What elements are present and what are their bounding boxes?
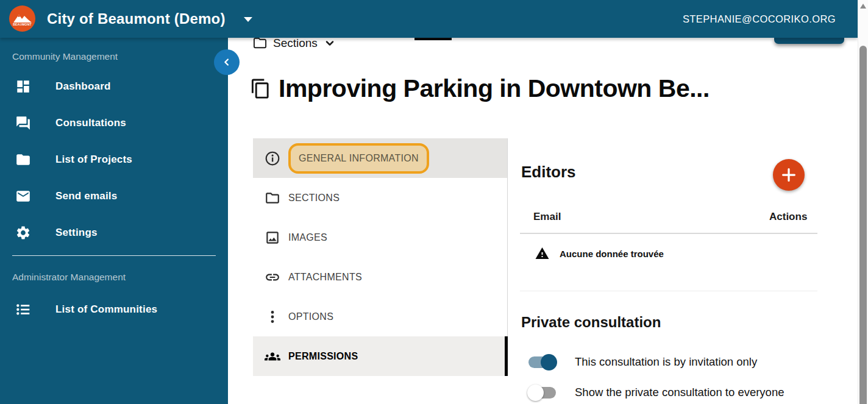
dashboard-icon xyxy=(15,79,31,95)
tab-label: OPTIONS xyxy=(288,311,333,322)
folder-icon xyxy=(15,152,31,168)
warning-icon xyxy=(534,246,550,261)
kebab-menu-icon xyxy=(264,308,280,325)
tab-label: PERMISSIONS xyxy=(288,351,358,362)
sidebar-item-settings[interactable]: Settings xyxy=(0,214,228,251)
info-icon xyxy=(264,150,280,166)
vertical-scrollbar[interactable] xyxy=(858,0,868,404)
section-divider xyxy=(520,291,817,291)
add-editor-button[interactable] xyxy=(773,159,805,191)
tab-images[interactable]: IMAGES xyxy=(253,218,507,257)
folder-icon xyxy=(253,36,267,50)
toggle-show-private-to-everyone[interactable]: Show the private consultation to everyon… xyxy=(528,386,784,399)
column-header-email: Email xyxy=(533,211,561,223)
scrollbar-thumb[interactable] xyxy=(859,46,867,404)
tab-general-information[interactable]: GENERAL INFORMATION xyxy=(253,138,507,178)
toggle-switch-off[interactable] xyxy=(528,387,556,399)
toggle-label: This consultation is by invitation only xyxy=(575,355,757,369)
private-consultation-heading: Private consultation xyxy=(521,314,661,331)
sidebar-item-list-of-projects[interactable]: List of Projects xyxy=(0,141,228,178)
tab-options[interactable]: OPTIONS xyxy=(253,297,507,336)
page-title: Improving Parking in Downtown Be... xyxy=(279,74,710,103)
sidebar-divider xyxy=(12,255,216,256)
active-tab-indicator xyxy=(414,38,452,40)
sidebar-item-list-of-communities[interactable]: List of Communities xyxy=(0,291,228,328)
app-window: BEAUMONT City of Beaumont (Demo) STEPHAN… xyxy=(0,0,868,404)
breadcrumb-label: Sections xyxy=(273,37,318,50)
tab-label: ATTACHMENTS xyxy=(288,272,362,283)
editors-heading: Editors xyxy=(521,163,576,182)
sidebar-item-label: Send emails xyxy=(55,190,117,202)
plus-icon xyxy=(780,166,798,184)
sidebar-item-dashboard[interactable]: Dashboard xyxy=(0,68,228,105)
chevron-left-icon xyxy=(221,57,232,68)
sidebar-item-consultations[interactable]: Consultations xyxy=(0,105,228,141)
consultation-tab-list: GENERAL INFORMATION SECTIONS IMAGES xyxy=(253,138,508,376)
tab-label: SECTIONS xyxy=(288,193,340,204)
empty-message: Aucune donnée trouvée xyxy=(560,249,664,259)
gear-icon xyxy=(15,225,31,241)
annotation-highlight: GENERAL INFORMATION xyxy=(288,143,429,174)
link-icon xyxy=(264,269,280,285)
page-title-row: Improving Parking in Downtown Be... xyxy=(250,74,710,103)
sidebar-item-label: Settings xyxy=(55,227,98,239)
chevron-down-icon xyxy=(324,37,336,49)
sidebar: Community Management Dashboard Consultat… xyxy=(0,38,228,404)
sidebar-item-label: List of Communities xyxy=(55,303,157,316)
copy-icon xyxy=(250,78,271,99)
logo-wordmark: BEAUMONT xyxy=(13,23,32,26)
toggle-label: Show the private consultation to everyon… xyxy=(575,386,784,399)
mountain-icon xyxy=(12,12,33,24)
image-icon xyxy=(264,229,280,246)
mail-icon xyxy=(15,188,31,205)
empty-state-row: Aucune donnée trouvée xyxy=(534,246,664,261)
sidebar-item-send-emails[interactable]: Send emails xyxy=(0,178,228,214)
folder-icon xyxy=(264,190,280,206)
tab-label: IMAGES xyxy=(288,232,327,243)
toggle-switch-on[interactable] xyxy=(528,356,556,368)
toggle-knob xyxy=(527,385,544,401)
column-header-actions: Actions xyxy=(769,211,807,223)
top-header-bar: BEAUMONT City of Beaumont (Demo) STEPHAN… xyxy=(0,0,858,38)
sidebar-item-label: List of Projects xyxy=(55,154,132,166)
hidden-action-button[interactable] xyxy=(774,38,844,44)
scroll-up-arrow-icon[interactable] xyxy=(860,4,866,9)
tab-sections[interactable]: SECTIONS xyxy=(253,178,507,218)
beaumont-logo[interactable]: BEAUMONT xyxy=(9,5,35,32)
sidebar-collapse-button[interactable] xyxy=(214,49,240,75)
sidebar-item-label: Dashboard xyxy=(55,80,111,93)
main-content: Sections Improving Parking in Downtown B… xyxy=(228,38,858,404)
sidebar-item-label: Consultations xyxy=(55,117,126,129)
sections-dropdown[interactable]: Sections xyxy=(253,36,336,50)
tab-attachments[interactable]: ATTACHMENTS xyxy=(253,257,507,297)
sidebar-section-community-management: Community Management xyxy=(12,51,228,62)
chat-icon xyxy=(15,115,31,132)
sidebar-section-administrator-management: Administrator Management xyxy=(12,272,228,283)
tab-permissions[interactable]: PERMISSIONS xyxy=(253,336,507,376)
toggle-knob xyxy=(541,354,557,370)
tab-label: GENERAL INFORMATION xyxy=(299,153,419,163)
community-name[interactable]: City of Beaumont (Demo) xyxy=(47,0,226,38)
table-divider xyxy=(520,233,817,234)
list-icon xyxy=(15,302,31,318)
user-email[interactable]: STEPHANIE@COCORIKO.ORG xyxy=(683,0,836,38)
people-icon xyxy=(264,348,280,364)
toggle-invitation-only[interactable]: This consultation is by invitation only xyxy=(528,355,757,369)
chevron-down-icon[interactable] xyxy=(244,17,252,22)
